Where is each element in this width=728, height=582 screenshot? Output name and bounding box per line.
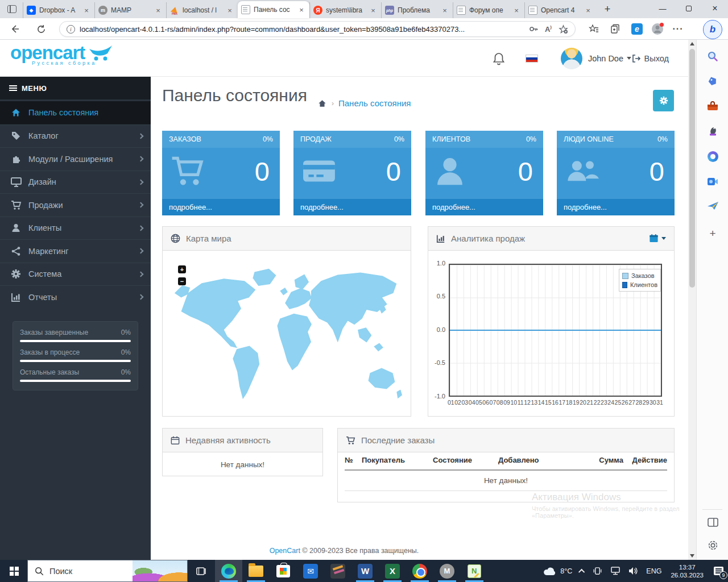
tab-close-icon[interactable]: ×: [512, 6, 521, 15]
tab-close-icon[interactable]: ×: [584, 6, 593, 15]
menu-header[interactable]: МЕНЮ: [0, 77, 151, 99]
sidebar-shopping-icon[interactable]: [706, 75, 719, 88]
browser-tab-forum[interactable]: Форум опе ×: [453, 2, 524, 18]
chart-range-dropdown[interactable]: [649, 234, 666, 243]
language-indicator[interactable]: ENG: [642, 560, 665, 582]
taskbar-mamp-icon[interactable]: M: [433, 560, 461, 582]
taskbar-search-box[interactable]: Поиск: [27, 560, 188, 582]
address-bar[interactable]: i localhost/opencart-4.0.1.1-rs/admin/in…: [59, 21, 576, 37]
site-info-icon[interactable]: i: [67, 25, 75, 34]
sidebar-item-customers[interactable]: Клиенты: [0, 217, 151, 240]
taskbar-notepadpp-icon[interactable]: [461, 560, 488, 582]
browser-tab-dropbox[interactable]: ◆ Dropbox - A ×: [23, 2, 94, 18]
hidden-icons-chevron[interactable]: [576, 560, 589, 582]
breadcrumb-home-icon[interactable]: [317, 99, 327, 108]
browser-tab-mamp[interactable]: m MAMP ×: [94, 2, 166, 18]
more-options-icon[interactable]: ···: [670, 21, 686, 37]
sidebar-microsoft365-icon[interactable]: [706, 150, 719, 163]
logout-button[interactable]: Выход: [631, 54, 669, 63]
browser-tab-opencart[interactable]: Opencart 4 ×: [524, 2, 596, 18]
sidebar-games-icon[interactable]: [706, 125, 719, 138]
tab-close-icon[interactable]: ×: [225, 6, 234, 15]
browser-tab-yandex[interactable]: Я system\libra ×: [309, 2, 381, 18]
task-view-button[interactable]: [188, 560, 215, 582]
tab-close-icon[interactable]: ×: [154, 6, 163, 15]
sidebar-item-system[interactable]: Система: [0, 263, 151, 286]
new-tab-button[interactable]: +: [599, 1, 615, 17]
taskbar-utility-icon[interactable]: [324, 560, 351, 582]
bing-chat-icon[interactable]: b: [703, 20, 722, 39]
sidebar-item-reports[interactable]: Отчеты: [0, 285, 151, 309]
window-close-button[interactable]: ×: [702, 0, 728, 17]
tile-more-link[interactable]: подробнее...: [162, 199, 280, 215]
notification-center-button[interactable]: 9: [709, 560, 728, 582]
sidebar-panel-icon[interactable]: [706, 516, 719, 529]
favorites-bar-icon[interactable]: [586, 21, 602, 37]
favorite-star-icon[interactable]: [556, 22, 570, 36]
word-icon: W: [358, 564, 373, 579]
tab-close-icon[interactable]: ×: [369, 6, 378, 15]
page-scrollbar[interactable]: [688, 40, 696, 560]
mamp-icon: m: [98, 6, 107, 15]
world-map[interactable]: [171, 259, 404, 408]
dashboard-settings-button[interactable]: [653, 90, 674, 111]
back-button[interactable]: [7, 21, 23, 37]
browser-tab-php[interactable]: php Проблема ×: [381, 2, 453, 18]
map-zoom-out-button[interactable]: −: [178, 277, 186, 285]
scrollbar-thumb[interactable]: [689, 49, 695, 288]
tile-more-link[interactable]: подробнее...: [557, 199, 675, 215]
browser-profile-avatar[interactable]: [650, 21, 665, 37]
tab-search-button[interactable]: [3, 1, 20, 17]
tile-more-link[interactable]: подробнее...: [293, 199, 411, 215]
password-key-icon[interactable]: [526, 22, 541, 36]
ie-mode-icon[interactable]: e: [629, 21, 645, 37]
sidebar-item-extensions[interactable]: Модули / Расширения: [0, 147, 151, 171]
tile-more-link[interactable]: подробнее...: [425, 199, 543, 215]
window-minimize-button[interactable]: —: [650, 0, 676, 17]
weather-widget[interactable]: 8°C: [539, 560, 576, 582]
map-zoom-in-button[interactable]: +: [178, 265, 186, 273]
taskbar-explorer-icon[interactable]: [242, 560, 270, 582]
taskbar-edge-icon[interactable]: [215, 560, 242, 582]
collections-icon[interactable]: [607, 21, 623, 37]
sidebar-tools-icon[interactable]: [706, 100, 719, 113]
opencart-logo[interactable]: opencart Русская сборка: [10, 44, 114, 66]
scroll-up-arrow[interactable]: [688, 40, 696, 48]
sidebar-item-dashboard[interactable]: Панель состояния: [0, 101, 151, 124]
language-flag-russia[interactable]: [526, 40, 538, 77]
window-maximize-button[interactable]: [676, 0, 702, 17]
tab-close-icon[interactable]: ×: [82, 6, 91, 15]
scroll-down-arrow[interactable]: [688, 552, 696, 560]
volume-icon[interactable]: [624, 560, 642, 582]
sidebar-item-marketing[interactable]: Маркетинг: [0, 239, 151, 263]
tab-close-icon[interactable]: ×: [440, 6, 449, 15]
taskbar-word-icon[interactable]: W: [351, 560, 379, 582]
sidebar-item-sales[interactable]: Продажи: [0, 193, 151, 217]
refresh-button[interactable]: [33, 21, 49, 37]
sidebar-drop-icon[interactable]: [706, 200, 719, 213]
sidebar-item-catalog[interactable]: Каталог: [0, 124, 151, 148]
clock[interactable]: 13:37 26.03.2023: [665, 560, 709, 582]
sidebar-video-icon[interactable]: [706, 175, 719, 188]
start-button[interactable]: [0, 560, 27, 582]
taskbar-store-icon[interactable]: [270, 560, 297, 582]
taskbar-mail-icon[interactable]: ✉: [297, 560, 324, 582]
page-icon: [457, 6, 466, 15]
tablet-mode-icon[interactable]: [589, 560, 606, 582]
search-highlight-image[interactable]: [133, 560, 187, 581]
url-text[interactable]: localhost/opencart-4.0.1.1-rs/admin/inde…: [80, 25, 526, 34]
read-aloud-icon[interactable]: A): [541, 22, 556, 36]
browser-tab-phpmyadmin[interactable]: localhost / l ×: [166, 2, 238, 18]
sidebar-search-icon[interactable]: [706, 50, 719, 63]
sidebar-settings-gear-icon[interactable]: [706, 539, 719, 551]
browser-tab-active-dashboard[interactable]: Панель сос ×: [238, 1, 309, 18]
taskbar-chrome-icon[interactable]: [406, 560, 433, 582]
breadcrumb-link[interactable]: Панель состояния: [338, 98, 411, 108]
opencart-footer-link[interactable]: OpenCart: [270, 547, 300, 555]
sidebar-add-icon[interactable]: +: [706, 227, 719, 240]
taskbar-excel-icon[interactable]: X: [379, 560, 406, 582]
sidebar-item-design[interactable]: Дизайн: [0, 171, 151, 194]
network-icon[interactable]: [606, 560, 624, 582]
notifications-bell[interactable]: [493, 40, 505, 77]
tab-close-icon[interactable]: ×: [297, 5, 306, 14]
